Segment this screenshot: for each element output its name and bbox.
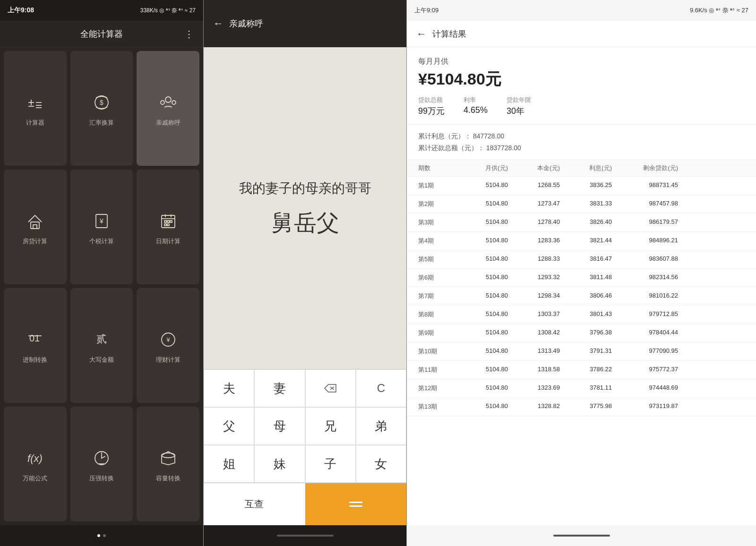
key-elder-sister[interactable]: 姐 (204, 445, 254, 483)
binary-icon: 01 (23, 327, 47, 352)
home-indicator-panel3 (553, 535, 610, 537)
grid-item-relatives[interactable]: 亲戚称呼 (137, 51, 199, 166)
back-button-panel3[interactable]: ← (416, 28, 427, 40)
uppercase-label: 大写金额 (89, 356, 114, 364)
key-father[interactable]: 父 (204, 407, 254, 445)
key-delete[interactable] (305, 369, 356, 407)
date-icon (156, 209, 180, 233)
key-elder-brother[interactable]: 兄 (305, 407, 356, 445)
total-interest-row: 累计利息（元）： 847728.00 (418, 130, 745, 142)
loan-total-item: 贷款总额 99万元 (418, 96, 445, 117)
panel-calculator-home: 上午9:08 338K/s ◎ ᵊᵌ 奈 ᵊᵌ ≈ 27 全能计算器 ⋮ 计算器 (0, 0, 203, 546)
panel3-title: 计算结果 (432, 28, 466, 40)
time-panel1: 上午9:08 (8, 6, 34, 15)
keyboard-grid: 夫 妻 C 父 母 兄 弟 姐 妹 子 女 (204, 369, 406, 483)
calculator-icon (23, 90, 47, 115)
key-younger-sister[interactable]: 妹 (254, 445, 305, 483)
key-younger-brother[interactable]: 弟 (356, 407, 406, 445)
function-icon: f(x) (23, 446, 47, 470)
binary-label: 进制转换 (23, 356, 47, 364)
loan-meta-row: 贷款总额 99万元 利率 4.65% 贷款年限 30年 (418, 96, 745, 117)
panel1-header: 全能计算器 ⋮ (0, 21, 203, 47)
svg-text:01: 01 (29, 333, 40, 343)
key-daughter[interactable]: 女 (356, 445, 406, 483)
grid-item-tax[interactable]: ¥ 个税计算 (70, 170, 133, 284)
network-panel1: 338K/s ◎ ᵊᵌ 奈 ᵊᵌ ≈ 27 (140, 7, 196, 15)
grid-item-volume[interactable]: 容量转换 (137, 407, 199, 521)
dot-1 (97, 534, 100, 537)
loan-term-item: 贷款年限 30年 (507, 96, 531, 117)
table-row: 第1期5104.801268.553836.25988731.45 (407, 177, 756, 195)
col-interest: 利息(元) (560, 164, 612, 172)
tax-icon: ¥ (89, 209, 114, 233)
key-wife[interactable]: 妻 (254, 369, 305, 407)
uppercase-icon: 贰 (89, 327, 114, 352)
svg-point-10 (172, 101, 176, 104)
home-indicator (277, 535, 334, 537)
key-clear[interactable]: C (356, 369, 406, 407)
menu-lines-icon (349, 502, 362, 507)
menu-dots-icon[interactable]: ⋮ (184, 28, 194, 40)
network-panel3: 9.6K/s ◎ ᵊᵌ 奈 ᵊᵌ ≈ 27 (690, 6, 748, 15)
status-bar-panel1: 上午9:08 338K/s ◎ ᵊᵌ 奈 ᵊᵌ ≈ 27 (0, 0, 203, 21)
exchange-icon: $ (89, 90, 114, 115)
svg-rect-11 (31, 222, 39, 229)
svg-text:$: $ (100, 99, 103, 106)
confirm-button[interactable] (305, 483, 407, 525)
col-period: 期数 (418, 164, 456, 172)
pressure-label: 压强转换 (89, 474, 114, 483)
panel2-title: 亲戚称呼 (229, 18, 263, 29)
panel3-header: ← 计算结果 (407, 21, 756, 47)
grid-item-date[interactable]: 日期计算 (137, 170, 199, 284)
panel3-bottom-bar (407, 525, 756, 546)
grid-item-binary[interactable]: 01 进制转换 (4, 288, 67, 403)
svg-rect-23 (167, 224, 169, 226)
svg-text:¥: ¥ (99, 217, 103, 225)
key-mother[interactable]: 母 (254, 407, 305, 445)
grid-item-pressure[interactable]: 压强转换 (70, 407, 133, 521)
mutual-check-button[interactable]: 互查 (204, 483, 305, 525)
app-title: 全能计算器 (80, 28, 123, 40)
interest-rate-label: 利率 (464, 96, 488, 104)
table-row: 第12期5104.801323.693781.11974448.69 (407, 379, 756, 398)
loan-total-label: 贷款总额 (418, 96, 445, 104)
grid-item-calculator[interactable]: 计算器 (4, 51, 67, 166)
grid-item-mortgage[interactable]: 房贷计算 (4, 170, 67, 284)
grid-item-exchange[interactable]: $ 汇率换算 (70, 51, 133, 166)
panel2-header: ← 亲戚称呼 (204, 0, 406, 47)
grid-item-finance[interactable]: ¥ 理财计算 (137, 288, 199, 403)
relatives-label: 亲戚称呼 (156, 119, 180, 127)
date-label: 日期计算 (156, 237, 180, 246)
table-row: 第4期5104.801283.363821.44984896.21 (407, 232, 756, 250)
interest-rate-item: 利率 4.65% (464, 96, 488, 117)
svg-point-9 (161, 101, 164, 104)
back-button-panel2[interactable]: ← (213, 17, 223, 30)
table-row: 第13期5104.801328.823775.98973119.87 (407, 398, 756, 416)
amortization-table[interactable]: 期数 月供(元) 本金(元) 利息(元) 剩余贷款(元) 第1期5104.801… (407, 160, 756, 525)
svg-rect-21 (170, 221, 172, 222)
tax-label: 个税计算 (89, 237, 114, 246)
app-grid: 计算器 $ 汇率换算 (0, 47, 203, 525)
svg-point-32 (162, 453, 175, 458)
table-row: 第5期5104.801288.333816.47983607.88 (407, 250, 756, 269)
svg-text:¥: ¥ (166, 336, 170, 343)
key-son[interactable]: 子 (305, 445, 356, 483)
time-panel3: 上午9:09 (414, 6, 438, 15)
page-dots (97, 534, 106, 537)
grid-item-uppercase[interactable]: 贰 大写金额 (70, 288, 133, 403)
mortgage-label: 房贷计算 (23, 237, 47, 246)
table-row: 第11期5104.801318.583786.22975772.37 (407, 361, 756, 379)
loan-total-value: 99万元 (418, 105, 445, 117)
col-monthly: 月供(元) (456, 164, 508, 172)
pressure-icon (89, 446, 114, 470)
loan-term-value: 30年 (507, 105, 531, 117)
grid-item-function[interactable]: f(x) 万能公式 (4, 407, 67, 521)
status-bar-panel3: 上午9:09 9.6K/s ◎ ᵊᵌ 奈 ᵊᵌ ≈ 27 (407, 0, 756, 21)
bottom-action-bar: 互查 (204, 483, 406, 525)
volume-icon (156, 446, 180, 470)
interest-rate-value: 4.65% (464, 105, 488, 115)
calculator-label: 计算器 (26, 119, 44, 127)
monthly-payment-section: 每月月供 ¥5104.80元 贷款总额 99万元 利率 4.65% 贷款年限 3… (407, 47, 756, 125)
key-husband[interactable]: 夫 (204, 369, 254, 407)
table-row: 第8期5104.801303.373801.43979712.85 (407, 306, 756, 324)
